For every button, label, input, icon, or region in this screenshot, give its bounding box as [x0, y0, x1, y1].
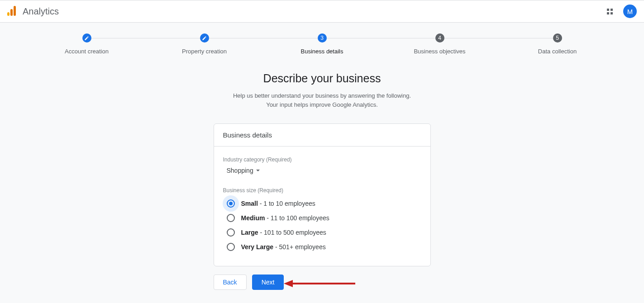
next-button[interactable]: Next — [252, 275, 284, 290]
svg-rect-1 — [10, 9, 13, 16]
button-row: Back Next — [214, 275, 431, 290]
top-bar: Analytics M — [0, 0, 644, 23]
step-number: 5 — [553, 33, 562, 43]
step-business-details[interactable]: 3 Business details — [263, 33, 381, 55]
size-name: Small — [241, 200, 258, 207]
svg-rect-2 — [14, 6, 16, 16]
step-business-objectives: 4 Business objectives — [381, 33, 499, 55]
size-option-large[interactable]: Large - 101 to 500 employees — [223, 225, 421, 240]
step-data-collection: 5 Data collection — [499, 33, 616, 55]
page-sub-line1: Help us better understand your business … — [233, 92, 411, 99]
content-area: Account creation Property creation 3 Bus… — [0, 23, 644, 303]
step-label: Account creation — [28, 48, 146, 55]
step-number: 4 — [435, 33, 444, 43]
business-details-card: Business details Industry category (Requ… — [214, 123, 431, 266]
annotation-arrow-icon — [284, 279, 356, 288]
step-account-creation[interactable]: Account creation — [28, 33, 146, 55]
radio-icon — [227, 228, 235, 237]
size-desc: - 11 to 100 employees — [265, 214, 329, 222]
page-subtitle: Help us better understand your business … — [0, 91, 644, 109]
svg-rect-0 — [7, 12, 10, 16]
step-label: Property creation — [146, 48, 263, 55]
radio-icon — [227, 214, 235, 222]
size-desc: - 101 to 500 employees — [258, 229, 326, 236]
analytics-logo-icon — [7, 6, 17, 17]
avatar[interactable]: M — [623, 5, 637, 18]
step-label: Business objectives — [381, 48, 499, 55]
business-size-label: Business size (Required) — [223, 187, 421, 194]
size-desc: - 1 to 10 employees — [258, 200, 315, 207]
size-option-small[interactable]: Small - 1 to 10 employees — [223, 196, 421, 211]
step-property-creation[interactable]: Property creation — [146, 33, 263, 55]
apps-grid-icon[interactable] — [604, 6, 615, 17]
industry-category-label: Industry category (Required) — [223, 156, 421, 163]
size-name: Medium — [241, 214, 265, 222]
size-desc: - 501+ employees — [273, 243, 326, 251]
back-button[interactable]: Back — [214, 275, 247, 290]
page-title: Describe your business — [0, 72, 644, 85]
industry-category-dropdown[interactable]: Shopping — [223, 166, 263, 175]
size-option-medium[interactable]: Medium - 11 to 100 employees — [223, 211, 421, 225]
industry-value: Shopping — [227, 167, 253, 174]
size-option-very-large[interactable]: Very Large - 501+ employees — [223, 240, 421, 254]
size-name: Large — [241, 229, 258, 236]
radio-icon — [227, 243, 235, 251]
page-sub-line2: Your input helps improve Google Analytic… — [266, 101, 378, 108]
size-name: Very Large — [241, 243, 274, 251]
pencil-icon — [84, 36, 89, 41]
pencil-icon — [202, 36, 207, 41]
step-number: 3 — [318, 33, 327, 43]
app-title: Analytics — [23, 6, 59, 17]
svg-marker-4 — [284, 280, 293, 287]
chevron-down-icon — [256, 170, 260, 171]
step-label: Business details — [263, 48, 381, 55]
card-title: Business details — [214, 124, 430, 147]
radio-icon — [227, 199, 235, 208]
step-label: Data collection — [499, 48, 616, 55]
setup-stepper: Account creation Property creation 3 Bus… — [0, 23, 644, 55]
